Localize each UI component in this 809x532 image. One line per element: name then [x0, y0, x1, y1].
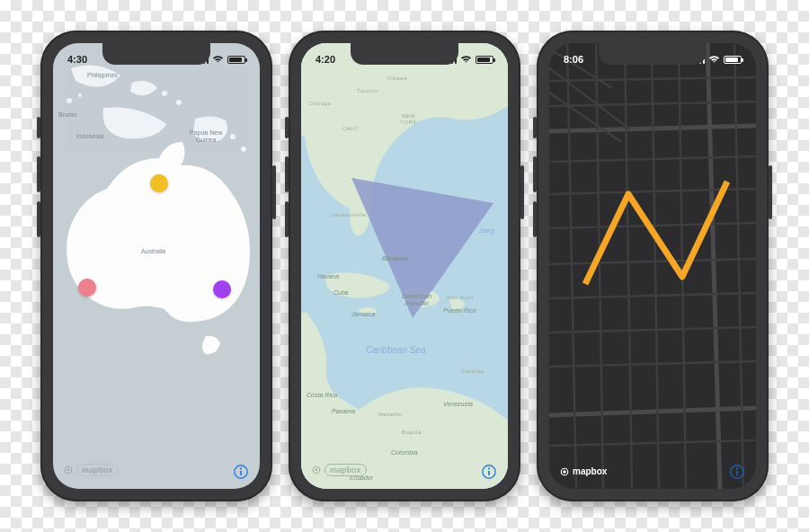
- map-attribution-label: mapbox: [324, 464, 367, 476]
- map-label-colombia: Colombia: [391, 449, 418, 457]
- map-info-button[interactable]: [481, 464, 497, 480]
- phone-mockup-2: 4:20: [289, 31, 520, 501]
- map-label-caracas: Caracas: [461, 368, 485, 375]
- map-view[interactable]: Ottawa Toronto Chicago OHIO NEW YORK Jac…: [301, 43, 508, 489]
- notch: [351, 43, 458, 65]
- map-label-brunei: Brunei: [58, 111, 76, 119]
- notch: [102, 43, 210, 65]
- map-label-toronto: Toronto: [357, 88, 378, 94]
- map-attribution-label: mapbox: [76, 464, 119, 476]
- svg-point-3: [176, 100, 182, 105]
- map-attribution: mapbox: [312, 464, 367, 476]
- map-info-button[interactable]: [729, 464, 745, 480]
- status-time: 4:20: [316, 54, 335, 65]
- battery-icon: [724, 56, 742, 64]
- phone-screen: 4:30: [53, 43, 260, 489]
- map-label-bogota: Bogotá: [402, 430, 422, 436]
- map-info-button[interactable]: [233, 464, 249, 480]
- map-label-ohio: OHIO: [342, 126, 358, 132]
- svg-point-14: [316, 469, 318, 472]
- map-label-bahamas: Bahamas: [382, 255, 409, 262]
- status-time: 8:06: [564, 54, 583, 65]
- svg-point-5: [241, 146, 246, 152]
- map-label-havana: Havana: [317, 273, 339, 280]
- map-label-philippines: Philippines: [87, 72, 118, 79]
- svg-point-7: [67, 469, 70, 472]
- map-view[interactable]: mapbox: [549, 43, 756, 489]
- map-label-chicago: Chicago: [308, 101, 332, 107]
- svg-point-9: [240, 467, 242, 469]
- wifi-icon: [708, 55, 720, 64]
- map-label-indonesia: Indonesia: [76, 133, 103, 140]
- wifi-icon: [460, 55, 472, 64]
- map-marker-north[interactable]: [150, 174, 168, 192]
- map-label-caribbean: Caribbean Sea: [366, 345, 426, 355]
- mapbox-logo-icon: [560, 467, 569, 476]
- svg-point-4: [230, 134, 236, 139]
- status-time: 4:30: [67, 54, 87, 65]
- mapbox-logo-icon: [64, 466, 73, 474]
- map-label-dr: Dominican Republic: [402, 293, 431, 306]
- svg-point-0: [67, 98, 72, 103]
- map-label-panama: Panama: [332, 408, 355, 415]
- map-label-sanjuan: San Juan: [447, 295, 473, 301]
- phone-screen: 4:20: [301, 43, 508, 489]
- battery-icon: [227, 56, 245, 64]
- map-attribution: mapbox: [64, 464, 119, 476]
- map-attribution: mapbox: [560, 466, 607, 476]
- phone-screen: 8:06: [549, 43, 756, 489]
- map-label-cuba: Cuba: [333, 289, 349, 297]
- map-label-jacksonville: Jacksonville: [332, 212, 366, 218]
- map-label-venezuela: Venezuela: [443, 401, 473, 408]
- svg-rect-10: [240, 471, 242, 475]
- map-marker-west[interactable]: [78, 279, 96, 297]
- svg-point-2: [162, 91, 167, 96]
- phone-mockup-3: 8:06: [537, 31, 769, 501]
- svg-point-16: [488, 467, 490, 469]
- svg-point-44: [736, 467, 738, 469]
- map-label-australia: Australia: [141, 248, 165, 255]
- map-label-cr: Costa Rica: [307, 392, 337, 399]
- svg-rect-17: [488, 471, 490, 475]
- battery-icon: [476, 56, 493, 64]
- svg-point-1: [78, 93, 82, 97]
- svg-point-42: [564, 470, 566, 473]
- map-label-png: Papua New Guinea: [190, 129, 222, 143]
- map-label-pr: Puerto Rico: [443, 307, 476, 315]
- wifi-icon: [212, 55, 224, 64]
- map-view[interactable]: Philippines Brunei Indonesia Papua New G…: [53, 43, 260, 489]
- map-label-jamaica: Jamaica: [351, 311, 375, 318]
- svg-rect-45: [736, 471, 738, 475]
- map-attribution-label: mapbox: [573, 466, 607, 476]
- phone-mockup-1: 4:30: [40, 31, 272, 501]
- map-label-medellin: Medellin: [378, 412, 402, 418]
- map-marker-east[interactable]: [213, 280, 231, 298]
- notch: [599, 43, 707, 65]
- map-label-ottawa: Ottawa: [387, 75, 407, 82]
- map-label-newyork: NEW YORK: [400, 113, 417, 125]
- map-label-sargasso: Sarg: [479, 226, 494, 235]
- mapbox-logo-icon: [312, 466, 321, 474]
